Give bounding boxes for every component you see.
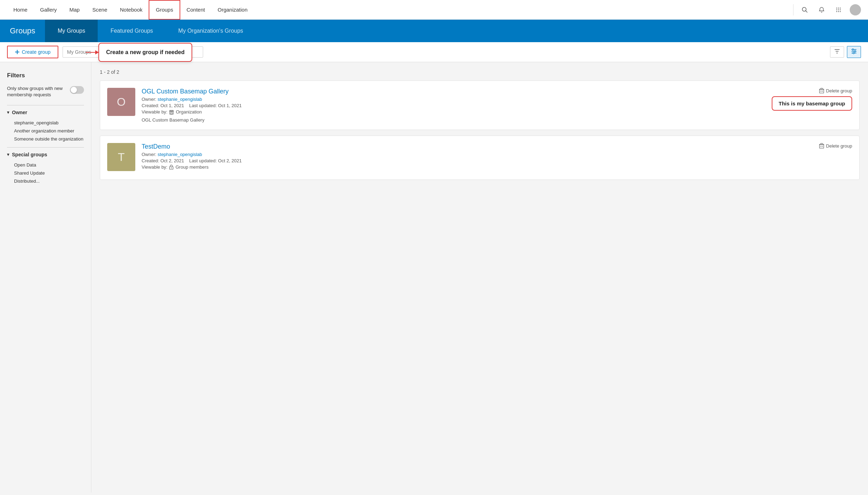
svg-point-10: [840, 11, 841, 12]
group-info-ogl: OGL Custom Basemap Gallery Owner: stepha…: [142, 88, 765, 123]
group-viewable-ogl: Viewable by: Organization: [142, 109, 765, 115]
svg-point-6: [838, 9, 839, 10]
delete-group-btn-ogl[interactable]: Delete group: [819, 88, 852, 93]
nav-home[interactable]: Home: [7, 0, 34, 20]
svg-rect-25: [820, 89, 824, 93]
group-owner-link-ogl[interactable]: stephanie_opengislab: [158, 97, 202, 102]
filter-item-stephanie[interactable]: stephanie_opengislab: [7, 119, 84, 127]
page-title: Groups: [0, 20, 45, 42]
svg-point-17: [852, 49, 854, 50]
nav-content[interactable]: Content: [180, 0, 212, 20]
notification-icon-btn[interactable]: [816, 4, 827, 15]
group-name-ogl[interactable]: OGL Custom Basemap Gallery: [142, 88, 765, 95]
nav-gallery[interactable]: Gallery: [34, 0, 63, 20]
results-count: 1 - 2 of 2: [100, 69, 860, 75]
owner-chevron-icon: ▾: [7, 110, 9, 115]
group-card-ogl: O OGL Custom Basemap Gallery Owner: step…: [100, 80, 860, 130]
tab-org-groups[interactable]: My Organization's Groups: [166, 20, 255, 42]
group-viewable-text-ogl: Organization: [176, 109, 202, 115]
group-owner-td: Owner: stephanie_opengislab: [142, 152, 813, 157]
special-section-header[interactable]: ▾ Special groups: [7, 152, 84, 157]
grid-icon: [835, 7, 842, 13]
svg-point-5: [836, 9, 837, 10]
groups-tabs: My Groups Featured Groups My Organizatio…: [45, 20, 868, 42]
nav-links: Home Gallery Map Scene Notebook Groups C…: [7, 0, 793, 20]
svg-line-1: [806, 11, 808, 12]
plus-icon: [15, 50, 20, 54]
nav-scene[interactable]: Scene: [86, 0, 114, 20]
group-owner-link-td[interactable]: stephanie_opengislab: [158, 152, 202, 157]
sub-toolbar: Create group Create a new group if neede…: [0, 42, 868, 62]
groups-header: Groups My Groups Featured Groups My Orga…: [0, 20, 868, 42]
svg-point-9: [838, 11, 839, 12]
trash-icon-ogl: [819, 88, 824, 93]
apps-icon-btn[interactable]: [833, 4, 844, 15]
group-info-td: TestDemo Owner: stephanie_opengislab Cre…: [142, 143, 813, 172]
search-icon: [802, 7, 808, 13]
nav-notebook[interactable]: Notebook: [114, 0, 149, 20]
membership-filter: Only show groups with new membership req…: [7, 85, 84, 98]
svg-point-4: [840, 7, 841, 8]
content-area: 1 - 2 of 2 O OGL Custom Basemap Gallery …: [91, 62, 868, 493]
delete-group-btn-td[interactable]: Delete group: [819, 143, 852, 149]
sidebar-divider-2: [7, 147, 84, 148]
create-group-tooltip: Create a new group if needed: [98, 43, 192, 62]
svg-point-2: [836, 7, 837, 8]
filter-item-open-data[interactable]: Open Data: [7, 161, 84, 169]
filters-title: Filters: [7, 72, 84, 79]
delete-label-ogl: Delete group: [826, 88, 852, 93]
group-actions-ogl: Delete group This is my basemap group: [772, 88, 852, 111]
group-viewable-td: Viewable by: Group members: [142, 164, 813, 170]
svg-rect-12: [15, 52, 19, 52]
filter-item-shared-update[interactable]: Shared Update: [7, 169, 84, 177]
tab-featured-groups[interactable]: Featured Groups: [98, 20, 166, 42]
owner-section-label: Owner: [12, 110, 27, 115]
group-viewable-text-td: Group members: [175, 164, 208, 170]
nav-organization[interactable]: Organization: [211, 0, 254, 20]
svg-point-31: [171, 168, 172, 168]
membership-toggle[interactable]: [70, 86, 84, 94]
membership-filter-label: Only show groups with new membership req…: [7, 85, 70, 98]
group-owner-ogl: Owner: stephanie_opengislab: [142, 97, 765, 102]
group-name-td[interactable]: TestDemo: [142, 143, 813, 150]
sliders-icon: [851, 48, 857, 54]
filter-lines-icon: [834, 49, 840, 54]
create-group-button[interactable]: Create group: [7, 46, 58, 58]
group-actions-td: Delete group: [819, 143, 852, 149]
svg-point-21: [853, 52, 854, 54]
nav-icons: [793, 4, 861, 15]
group-dates-ogl: Created: Oct 1, 2021 Last updated: Oct 1…: [142, 103, 765, 108]
svg-point-8: [836, 11, 837, 12]
toolbar-right: [830, 46, 861, 58]
delete-label-td: Delete group: [826, 143, 852, 149]
filter-item-distributed[interactable]: Distributed...: [7, 177, 84, 185]
group-desc-ogl: OGL Custom Basemap Gallery: [142, 117, 765, 123]
building-icon: [169, 110, 174, 115]
bell-icon: [818, 7, 825, 13]
owner-section-header[interactable]: ▾ Owner: [7, 110, 84, 115]
svg-point-19: [854, 51, 856, 52]
svg-point-7: [840, 9, 841, 10]
sidebar-divider-1: [7, 105, 84, 105]
svg-rect-23: [171, 112, 172, 114]
filter-item-outside-org[interactable]: Someone outside the organization: [7, 135, 84, 143]
sidebar: Filters Only show groups with new member…: [0, 62, 91, 493]
filter-button[interactable]: [830, 46, 844, 58]
group-card-td: T TestDemo Owner: stephanie_opengislab C…: [100, 136, 860, 180]
special-chevron-icon: ▾: [7, 152, 9, 157]
special-section-label: Special groups: [12, 152, 47, 157]
lock-icon: [169, 164, 174, 170]
avatar[interactable]: [850, 4, 861, 15]
group-letter-td: T: [118, 151, 125, 164]
group-thumbnail-td: T: [107, 143, 135, 171]
nav-map[interactable]: Map: [63, 0, 86, 20]
svg-point-3: [838, 7, 839, 8]
search-icon-btn[interactable]: [799, 4, 810, 15]
tab-my-groups[interactable]: My Groups: [45, 20, 98, 42]
tooltip-arrow: [86, 52, 98, 53]
nav-groups[interactable]: Groups: [149, 0, 180, 20]
basemap-callout: This is my basemap group: [772, 96, 852, 111]
main-content: Filters Only show groups with new member…: [0, 62, 868, 493]
view-button[interactable]: [847, 46, 861, 58]
filter-item-org-member[interactable]: Another organization member: [7, 127, 84, 135]
